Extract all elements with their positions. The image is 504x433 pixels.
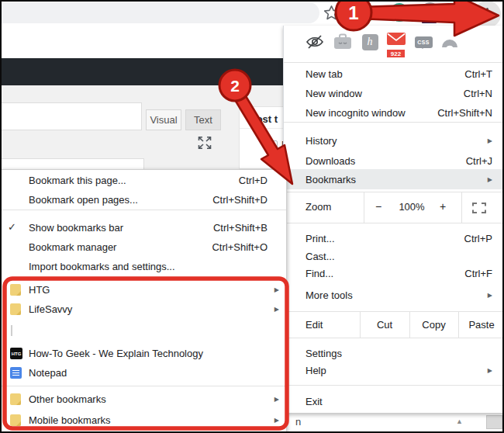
bookmark-label: How-To Geek - We Explain Technology xyxy=(29,348,268,359)
dot xyxy=(486,19,489,22)
submenu-arrow-icon: ▶ xyxy=(274,286,279,293)
chrome-menu-panel: h 922 CSS New tab Ctrl+T New window Ctrl… xyxy=(283,26,504,414)
menu-item-shortcut: Ctrl+Shift+D xyxy=(212,194,268,206)
screenshot-root: Visual Text Post t Po 0 xyxy=(0,0,504,433)
bookmark-star-icon[interactable] xyxy=(323,5,340,21)
submenu-arrow-icon: ▶ xyxy=(274,417,279,424)
post-panel-checkbox[interactable] xyxy=(268,140,278,151)
tab-text-label: Text xyxy=(194,114,212,126)
menu-item-downloads[interactable]: Downloads Ctrl+J xyxy=(284,151,504,171)
zoom-row: Zoom − 100% + xyxy=(284,192,504,223)
menu-item-shortcut: Ctrl+N xyxy=(464,88,492,99)
dot xyxy=(486,13,489,16)
cut-button[interactable]: Cut xyxy=(360,319,409,331)
tab-visual-label: Visual xyxy=(150,114,177,126)
css-icon[interactable]: CSS xyxy=(413,32,433,52)
menu-item-bookmark-this-page[interactable]: Bookmark this page... Ctrl+D xyxy=(0,171,286,190)
tab-visual[interactable]: Visual xyxy=(146,109,181,130)
folder-icon xyxy=(10,393,21,405)
bookmark-folder-htg[interactable]: HTG ▶ xyxy=(0,280,286,300)
bookmark-item-how-to-geek[interactable]: HTG How-To Geek - We Explain Technology xyxy=(0,344,286,363)
menu-item-label: Cast... xyxy=(306,251,492,262)
menu-item-bookmark-manager[interactable]: Bookmark manager Ctrl+Shift+O xyxy=(0,237,286,257)
scrollbar-block[interactable] xyxy=(486,415,502,429)
divider xyxy=(364,192,364,223)
menu-item-shortcut: Ctrl+F xyxy=(464,268,492,279)
extension-teal-ring-icon[interactable] xyxy=(390,3,409,22)
password-case-icon[interactable] xyxy=(333,32,353,52)
menu-separator xyxy=(0,210,286,210)
post-side-panel: Post t Po xyxy=(239,106,284,169)
copy-button[interactable]: Copy xyxy=(409,319,458,331)
bookmark-label: Notepad xyxy=(29,367,268,379)
bookmark-label: Mobile bookmarks xyxy=(29,414,274,426)
panel-divider xyxy=(240,128,283,129)
bookmark-item-notepad[interactable]: Notepad xyxy=(0,363,286,383)
vpn-arch-icon[interactable] xyxy=(440,32,460,52)
hidden-eye-icon[interactable] xyxy=(305,32,325,52)
menu-item-shortcut: Ctrl+T xyxy=(464,68,492,80)
fullscreen-editor-icon[interactable] xyxy=(197,136,212,150)
menu-item-history[interactable]: History ▶ xyxy=(284,130,504,151)
zoom-in-button[interactable]: + xyxy=(435,200,450,213)
folder-icon xyxy=(10,303,21,315)
bookmark-folder-other-bookmarks[interactable]: Other bookmarks ▶ xyxy=(0,390,286,409)
address-bar[interactable] xyxy=(0,2,319,23)
dot xyxy=(486,8,489,11)
menu-item-more-tools[interactable]: More tools ▶ xyxy=(284,285,504,305)
menu-item-show-bookmarks-bar[interactable]: ✓ Show bookmarks bar Ctrl+Shift+B xyxy=(0,218,286,237)
bookmarks-submenu-panel: Bookmark this page... Ctrl+D Bookmark op… xyxy=(0,169,287,433)
tab-text[interactable]: Text xyxy=(185,109,221,130)
htg-favicon: HTG xyxy=(10,348,22,359)
unnamed-bookmark-stub[interactable] xyxy=(11,325,12,336)
menu-separator xyxy=(284,62,504,63)
submenu-arrow-icon: ▶ xyxy=(488,367,492,374)
chrome-menu-button[interactable] xyxy=(474,1,501,28)
menu-item-label: Find... xyxy=(306,268,458,279)
submenu-arrow-icon: ▶ xyxy=(488,292,492,299)
bookmark-folder-mobile-bookmarks[interactable]: Mobile bookmarks ▶ xyxy=(0,410,286,430)
bookmark-folder-lifesavvy[interactable]: LifeSavvy ▶ xyxy=(0,300,286,319)
menu-item-help[interactable]: Help ▶ xyxy=(284,360,504,380)
submenu-arrow-icon: ▶ xyxy=(488,176,492,183)
paste-button[interactable]: Paste xyxy=(458,319,504,331)
menu-item-label: Bookmarks xyxy=(306,174,488,185)
menu-item-bookmark-open-pages[interactable]: Bookmark open pages... Ctrl+Shift+D xyxy=(0,190,286,210)
post-title-field[interactable] xyxy=(0,102,142,130)
menu-item-bookmarks[interactable]: Bookmarks ▶ xyxy=(284,169,504,189)
bookmark-label: LifeSavvy xyxy=(29,303,274,315)
menu-item-label: More tools xyxy=(306,289,488,301)
menu-item-new-window[interactable]: New window Ctrl+N xyxy=(284,83,504,103)
menu-item-label: Exit xyxy=(306,396,492,407)
fullscreen-icon[interactable] xyxy=(472,203,486,216)
menu-item-exit[interactable]: Exit xyxy=(284,391,504,411)
menu-item-label: Help xyxy=(306,365,488,376)
menu-item-shortcut: Ctrl+Shift+B xyxy=(213,222,268,234)
bookmarks-bar-strip xyxy=(0,26,283,58)
menu-item-label: Import bookmarks and settings... xyxy=(29,261,268,272)
extension-green-icon[interactable] xyxy=(357,4,375,22)
menu-item-new-tab[interactable]: New tab Ctrl+T xyxy=(284,64,504,84)
mail-icon[interactable]: 922 xyxy=(386,32,406,52)
menu-item-shortcut: Ctrl+P xyxy=(464,233,492,244)
star-glyph xyxy=(325,6,339,19)
menu-item-shortcut: Ctrl+D xyxy=(239,175,268,186)
scroll-up-icon[interactable]: ▲ xyxy=(456,417,463,425)
menu-item-label: New window xyxy=(306,88,457,99)
menu-item-label: Bookmark this page... xyxy=(29,175,233,186)
notepad-favicon xyxy=(10,367,22,379)
menu-item-label: Bookmark open pages... xyxy=(29,194,206,206)
menu-item-find[interactable]: Find... Ctrl+F xyxy=(284,263,504,283)
menu-item-import-bookmarks[interactable]: Import bookmarks and settings... xyxy=(0,257,286,276)
h-extension-icon[interactable]: h xyxy=(360,32,380,52)
submenu-arrow-icon: ▶ xyxy=(274,306,279,313)
menu-separator xyxy=(284,223,504,223)
post-panel-title: Post t xyxy=(250,113,278,125)
extension-count-badge: 0 xyxy=(422,12,437,23)
menu-item-label: New tab xyxy=(306,68,458,80)
zoom-out-button[interactable]: − xyxy=(371,200,386,213)
zoom-value: 100% xyxy=(396,201,427,213)
menu-item-shortcut: Ctrl+Shift+N xyxy=(437,107,492,119)
browser-toolbar: 0 xyxy=(0,0,504,26)
menu-item-new-incognito-window[interactable]: New incognito window Ctrl+Shift+N xyxy=(284,102,504,123)
